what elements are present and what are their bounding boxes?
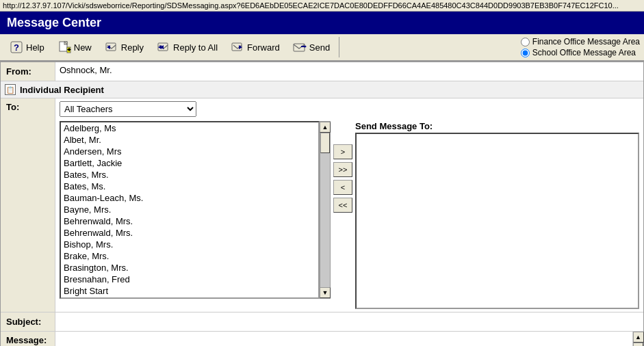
send-to-label: Send Message To: [355, 121, 639, 131]
source-list-container: Adelberg, MsAlbet, Mr.Andersen, MrsBartl… [60, 121, 331, 299]
transfer-buttons: > >> < << [331, 142, 355, 215]
msg-scroll-track [633, 343, 643, 346]
address-bar-url: http://12.37.97.107/Vicki/sdsweborrice/R… [3, 1, 619, 10]
subject-input[interactable] [55, 314, 643, 330]
forward-label: Forward [247, 42, 280, 53]
list-transfer-area: Adelberg, MsAlbet, Mr.Andersen, MrsBartl… [60, 121, 639, 309]
send-button[interactable]: Send [287, 37, 335, 57]
msg-scroll-up[interactable]: ▲ [633, 332, 644, 343]
title-bar: Message Center [0, 12, 644, 34]
remove-all-button[interactable]: << [333, 198, 352, 213]
radio-finance-input[interactable] [521, 38, 530, 46]
to-label: To: [1, 98, 55, 312]
radio-school-label: School Office Message Area [532, 48, 636, 57]
scroll-track [320, 133, 330, 287]
new-button[interactable]: ✦ New [52, 37, 96, 57]
msg-scroll-thumb[interactable] [633, 343, 643, 346]
send-icon [292, 40, 307, 55]
forward-icon [230, 40, 245, 55]
help-icon: ? [9, 40, 24, 55]
toolbar-separator [339, 37, 339, 57]
help-label: Help [26, 42, 44, 53]
radio-school-input[interactable] [521, 49, 530, 57]
list-item[interactable]: Bishop, Mrs. [61, 239, 318, 250]
reply-all-button[interactable]: Reply to All [151, 37, 222, 57]
reply-all-icon [156, 40, 171, 55]
send-to-list[interactable] [355, 133, 639, 309]
list-item[interactable]: Bartlett, Jackie [61, 157, 318, 169]
svg-text:✦: ✦ [66, 46, 71, 53]
message-input[interactable] [55, 332, 632, 346]
group-select[interactable]: All Teachers All Staff All Students [60, 101, 196, 117]
list-item[interactable]: Behrenwald, Mrs. [61, 215, 318, 227]
reply-all-label: Reply to All [173, 42, 218, 53]
list-item[interactable]: Bates, Mrs. [61, 169, 318, 181]
source-scrollbar[interactable]: ▲ ▼ [320, 121, 331, 299]
reply-icon [104, 40, 119, 55]
list-item[interactable]: Adelberg, Ms [61, 122, 318, 134]
recipient-header: 📋 Individual Recipient [1, 81, 643, 98]
radio-finance-label: Finance Office Message Area [532, 37, 640, 46]
list-item[interactable]: Behrenwald, Mrs. [61, 227, 318, 239]
list-item[interactable]: Brinker, Mr. [61, 297, 318, 299]
list-item[interactable]: Bates, Ms. [61, 181, 318, 192]
send-to-box: Send Message To: [355, 121, 639, 309]
message-row: Message: ▲ ▼ [1, 332, 643, 346]
list-item[interactable]: Bayne, Mrs. [61, 204, 318, 215]
svg-rect-14 [294, 44, 305, 51]
list-item[interactable]: Brasington, Mrs. [61, 262, 318, 274]
scroll-down-btn[interactable]: ▼ [320, 287, 331, 298]
list-item[interactable]: Bresnahan, Fred [61, 274, 318, 285]
radio-finance[interactable]: Finance Office Message Area [521, 37, 640, 46]
from-value: Oshnock, Mr. [55, 62, 643, 78]
from-label: From: [1, 62, 55, 81]
address-bar: http://12.37.97.107/Vicki/sdsweborrice/R… [0, 0, 644, 12]
list-item[interactable]: Bauman-Leach, Ms. [61, 192, 318, 204]
list-item[interactable]: Andersen, Mrs [61, 146, 318, 157]
from-row: From: Oshnock, Mr. [1, 62, 643, 81]
svg-marker-16 [305, 45, 307, 48]
add-one-button[interactable]: > [333, 144, 352, 159]
scroll-thumb[interactable] [320, 133, 330, 153]
subject-label: Subject: [1, 312, 55, 331]
page-title: Message Center [7, 16, 101, 29]
send-label: Send [309, 42, 330, 53]
add-all-button[interactable]: >> [333, 162, 352, 177]
subject-row: Subject: [1, 312, 643, 332]
dropdown-row: All Teachers All Staff All Students [60, 101, 639, 117]
list-item[interactable]: Bright Start [61, 285, 318, 297]
list-item[interactable]: Brake, Mrs. [61, 250, 318, 262]
new-label: New [74, 42, 92, 53]
new-icon: ✦ [57, 40, 72, 55]
message-scrollbar[interactable]: ▲ ▼ [632, 332, 643, 346]
message-content: ▲ ▼ [55, 332, 643, 346]
source-list[interactable]: Adelberg, MsAlbet, Mr.Andersen, MrsBartl… [60, 121, 320, 299]
main-content: From: Oshnock, Mr. 📋 Individual Recipien… [0, 62, 644, 346]
reply-button[interactable]: Reply [99, 37, 149, 57]
toolbar: ? Help ✦ New Reply [0, 34, 644, 62]
radio-school[interactable]: School Office Message Area [521, 48, 640, 57]
help-button[interactable]: ? Help [4, 37, 49, 57]
forward-button[interactable]: Forward [225, 37, 285, 57]
message-label: Message: [1, 332, 55, 346]
radio-area: Finance Office Message Area School Offic… [521, 37, 640, 57]
recipient-label: Individual Recipient [20, 85, 104, 95]
to-row: To: All Teachers All Staff All Students … [1, 98, 643, 312]
remove-one-button[interactable]: < [333, 180, 352, 195]
reply-label: Reply [121, 42, 144, 53]
to-content: All Teachers All Staff All Students Adel… [55, 98, 643, 312]
scroll-up-btn[interactable]: ▲ [320, 122, 331, 133]
list-item[interactable]: Albet, Mr. [61, 134, 318, 146]
svg-text:?: ? [14, 42, 19, 53]
recipient-icon: 📋 [5, 84, 16, 95]
